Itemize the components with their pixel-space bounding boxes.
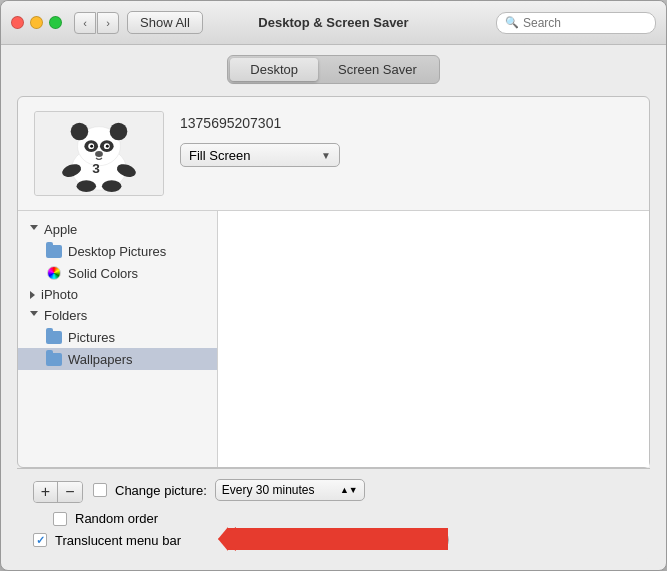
tab-screen-saver[interactable]: Screen Saver bbox=[318, 58, 437, 81]
svg-point-11 bbox=[95, 151, 103, 157]
wallpapers-folder-icon bbox=[46, 351, 62, 367]
add-remove-buttons: + − bbox=[33, 481, 83, 503]
svg-point-4 bbox=[110, 123, 128, 141]
sidebar-item-folders[interactable]: Folders bbox=[18, 305, 217, 326]
sidebar-item-solid-colors[interactable]: Solid Colors bbox=[18, 262, 217, 284]
change-picture-checkbox[interactable] bbox=[93, 483, 107, 497]
color-circle-icon bbox=[46, 265, 62, 281]
back-button[interactable]: ‹ bbox=[74, 12, 96, 34]
solid-colors-label: Solid Colors bbox=[68, 266, 138, 281]
apple-group-label: Apple bbox=[44, 222, 77, 237]
svg-point-3 bbox=[71, 123, 89, 141]
translucent-menu-bar-checkbox[interactable] bbox=[33, 533, 47, 547]
sidebar: Apple Desktop Pictures Solid Colors bbox=[18, 211, 218, 467]
svg-rect-22 bbox=[436, 528, 441, 550]
random-order-label: Random order bbox=[75, 511, 158, 526]
folders-label: Folders bbox=[44, 308, 87, 323]
nav-buttons: ‹ › bbox=[74, 12, 119, 34]
pictures-label: Pictures bbox=[68, 330, 115, 345]
change-picture-row: Change picture: Every 30 minutes ▲▼ bbox=[93, 479, 365, 501]
fill-screen-label: Fill Screen bbox=[189, 148, 250, 163]
preview-section: 3 1375695207301 Fill Screen ▼ bbox=[18, 97, 649, 211]
panda-image: 3 bbox=[35, 112, 163, 195]
show-all-button[interactable]: Show All bbox=[127, 11, 203, 34]
preview-info: 1375695207301 Fill Screen ▼ bbox=[180, 111, 340, 167]
svg-point-15 bbox=[77, 180, 97, 192]
svg-text:3: 3 bbox=[92, 161, 100, 176]
iphoto-expand-icon bbox=[30, 291, 35, 299]
remove-button[interactable]: − bbox=[58, 482, 82, 502]
red-arrow bbox=[218, 520, 448, 558]
tab-desktop[interactable]: Desktop bbox=[230, 58, 318, 81]
apple-collapse-icon bbox=[30, 225, 38, 234]
iphoto-label: iPhoto bbox=[41, 287, 78, 302]
translucent-menu-bar-row: Translucent menu bar bbox=[33, 530, 634, 550]
svg-point-10 bbox=[106, 145, 109, 148]
search-box[interactable]: 🔍 bbox=[496, 12, 656, 34]
bottom-bar: + − Change picture: Every 30 minutes ▲▼ … bbox=[17, 468, 650, 560]
sidebar-item-pictures[interactable]: Pictures bbox=[18, 326, 217, 348]
sidebar-item-wallpapers[interactable]: Wallpapers bbox=[18, 348, 217, 370]
interval-dropdown[interactable]: Every 30 minutes ▲▼ bbox=[215, 479, 365, 501]
window: ‹ › Show All Desktop & Screen Saver 🔍 De… bbox=[0, 0, 667, 571]
translucent-menu-bar-label: Translucent menu bar bbox=[55, 533, 181, 548]
forward-button[interactable]: › bbox=[97, 12, 119, 34]
dropdown-arrow-icon: ▼ bbox=[321, 150, 331, 161]
search-input[interactable] bbox=[523, 16, 647, 30]
split-panel: Apple Desktop Pictures Solid Colors bbox=[18, 211, 649, 467]
interval-arrow-icon: ▲▼ bbox=[340, 485, 358, 495]
traffic-lights bbox=[11, 16, 62, 29]
svg-point-9 bbox=[90, 145, 93, 148]
sidebar-item-iphoto[interactable]: iPhoto bbox=[18, 284, 217, 305]
content: Desktop Screen Saver bbox=[1, 45, 666, 570]
svg-point-16 bbox=[102, 180, 122, 192]
close-button[interactable] bbox=[11, 16, 24, 29]
sidebar-item-desktop-pictures[interactable]: Desktop Pictures bbox=[18, 240, 217, 262]
minimize-button[interactable] bbox=[30, 16, 43, 29]
random-order-checkbox[interactable] bbox=[53, 512, 67, 526]
tab-group: Desktop Screen Saver bbox=[227, 55, 439, 84]
maximize-button[interactable] bbox=[49, 16, 62, 29]
image-name-label: 1375695207301 bbox=[180, 115, 340, 131]
change-picture-label: Change picture: bbox=[115, 483, 207, 498]
svg-rect-20 bbox=[228, 528, 438, 550]
desktop-pictures-label: Desktop Pictures bbox=[68, 244, 166, 259]
add-button[interactable]: + bbox=[34, 482, 58, 502]
sidebar-item-apple[interactable]: Apple bbox=[18, 219, 217, 240]
preview-thumbnail: 3 bbox=[34, 111, 164, 196]
titlebar: ‹ › Show All Desktop & Screen Saver 🔍 bbox=[1, 1, 666, 45]
main-panel: 3 1375695207301 Fill Screen ▼ bbox=[17, 96, 650, 468]
fill-screen-dropdown[interactable]: Fill Screen ▼ bbox=[180, 143, 340, 167]
tabs: Desktop Screen Saver bbox=[17, 55, 650, 84]
wallpaper-grid[interactable] bbox=[218, 211, 649, 467]
search-icon: 🔍 bbox=[505, 16, 519, 29]
wallpapers-label: Wallpapers bbox=[68, 352, 133, 367]
folder-icon bbox=[46, 243, 62, 259]
window-title: Desktop & Screen Saver bbox=[258, 15, 408, 30]
folders-collapse-icon bbox=[30, 311, 38, 320]
pictures-folder-icon bbox=[46, 329, 62, 345]
interval-label: Every 30 minutes bbox=[222, 483, 315, 497]
